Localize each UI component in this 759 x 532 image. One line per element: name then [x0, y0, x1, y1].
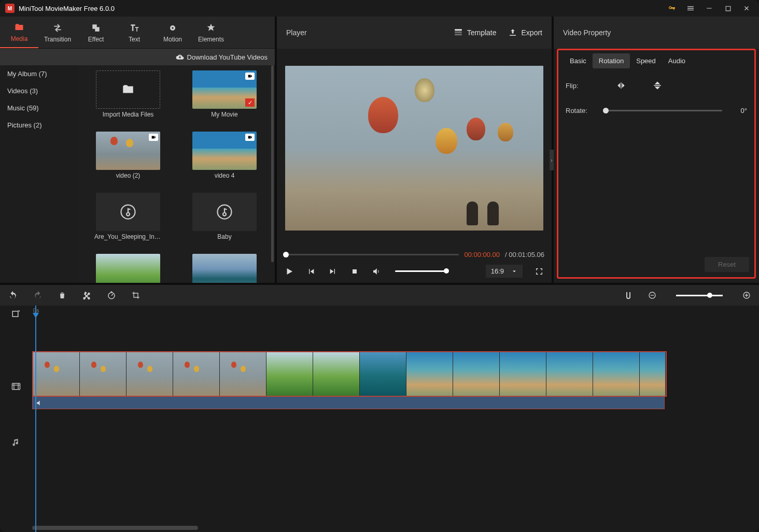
speed-button[interactable] [107, 291, 116, 300]
prev-frame-button[interactable] [306, 266, 316, 277]
next-frame-button[interactable] [328, 266, 338, 277]
player-title: Player [286, 28, 307, 37]
app-title: MiniTool MovieMaker Free 6.0.0 [19, 5, 115, 12]
export-button[interactable]: Export [508, 28, 542, 37]
category-pictures[interactable]: Pictures (2) [0, 117, 78, 134]
split-button[interactable] [82, 291, 91, 300]
tab-text[interactable]: Text [115, 17, 153, 48]
media-item-label: Import Media Files [103, 111, 154, 118]
fullscreen-button[interactable] [534, 266, 544, 277]
timeline-clip[interactable] [313, 352, 360, 396]
speaker-icon [36, 399, 43, 407]
delete-button[interactable] [58, 291, 66, 299]
key-icon[interactable] [665, 1, 679, 16]
video-clip-row[interactable] [32, 351, 667, 397]
tab-elements[interactable]: Elements [192, 17, 230, 48]
close-button[interactable] [739, 1, 754, 16]
category-my-album[interactable]: My Album (7) [0, 65, 78, 82]
flip-horizontal-button[interactable] [614, 80, 628, 91]
timeline-clip[interactable] [640, 352, 666, 396]
tab-label: Transition [44, 36, 71, 43]
timeline-clip[interactable] [546, 352, 593, 396]
play-button[interactable] [284, 266, 294, 277]
media-item[interactable]: Baby [178, 193, 271, 249]
media-item-label: Baby [217, 233, 231, 240]
timeline-clip[interactable] [80, 352, 126, 396]
category-music[interactable]: Music (59) [0, 99, 78, 117]
timeline-clip[interactable] [220, 352, 266, 396]
media-item[interactable]: video (2) [82, 132, 174, 188]
prop-tab-speed[interactable]: Speed [630, 53, 662, 68]
zoom-out-button[interactable] [648, 291, 656, 299]
media-item[interactable]: Are_You_Sleeping_Instrumental [82, 193, 174, 249]
media-item[interactable] [178, 254, 271, 283]
redo-button[interactable] [33, 291, 43, 300]
preview-video [285, 66, 543, 231]
timeline-clip[interactable] [500, 352, 546, 396]
menu-icon[interactable] [683, 1, 698, 16]
flip-vertical-button[interactable] [651, 80, 664, 91]
seek-slider[interactable] [284, 254, 459, 255]
template-button[interactable]: Template [454, 28, 497, 37]
volume-slider[interactable] [395, 270, 447, 272]
timeline-clip[interactable] [33, 352, 80, 396]
volume-button[interactable] [371, 266, 382, 277]
effect-icon [90, 22, 102, 34]
timeline-clip[interactable] [266, 352, 313, 396]
rotate-slider[interactable] [603, 110, 722, 111]
timeline-scrollbar[interactable] [32, 526, 198, 530]
timeline-clip[interactable] [453, 352, 500, 396]
minimize-button[interactable] [702, 1, 716, 16]
video-badge-icon [245, 73, 255, 80]
aspect-ratio-select[interactable]: 16:9 [486, 265, 523, 278]
download-youtube-label: Download YouTube Videos [187, 53, 268, 61]
snap-button[interactable] [624, 291, 632, 299]
tab-motion[interactable]: Motion [153, 17, 192, 48]
maximize-button[interactable] [721, 1, 735, 16]
playhead[interactable] [35, 306, 36, 532]
prop-tab-basic[interactable]: Basic [564, 53, 593, 68]
collapse-panel-button[interactable]: › [550, 150, 554, 170]
timeline-clip[interactable] [406, 352, 453, 396]
transition-icon [52, 22, 63, 34]
tab-media[interactable]: Media [0, 17, 38, 48]
zoom-in-button[interactable] [742, 291, 751, 299]
media-item[interactable]: ✓ My Movie [178, 70, 271, 126]
timeline-clip[interactable] [126, 352, 173, 396]
timeline-clip[interactable] [173, 352, 220, 396]
audio-clip-strip[interactable] [32, 397, 665, 409]
aspect-ratio-value: 16:9 [491, 267, 504, 275]
current-time: 00:00:00.00 [464, 251, 500, 258]
import-media-button[interactable]: Import Media Files [82, 70, 174, 126]
app-logo: M [5, 4, 15, 13]
tab-label: Media [11, 35, 28, 42]
timeline-ruler[interactable]: 0s [32, 306, 759, 317]
download-youtube-link[interactable]: Download YouTube Videos [176, 53, 268, 61]
zoom-slider[interactable] [676, 295, 723, 296]
media-item[interactable] [82, 254, 174, 283]
crop-button[interactable] [132, 291, 140, 299]
undo-button[interactable] [8, 291, 18, 300]
music-note-icon [119, 203, 137, 221]
template-icon [454, 28, 463, 37]
elements-icon [205, 22, 217, 34]
media-categories: My Album (7) Videos (3) Music (59) Pictu… [0, 65, 78, 283]
player-panel: Player Template Export 00:00:00. [277, 17, 552, 283]
timeline-panel: 0s [0, 285, 759, 532]
timeline-clip[interactable] [360, 352, 406, 396]
add-track-button[interactable] [0, 306, 32, 322]
tab-effect[interactable]: Effect [77, 17, 115, 48]
media-grid: Import Media Files ✓ My Movie video (2) [78, 65, 275, 283]
stop-button[interactable] [349, 266, 360, 277]
timeline-tracks[interactable]: 0s [32, 306, 759, 532]
tab-transition[interactable]: Transition [38, 17, 77, 48]
tool-tabs: Media Transition Effect Text Motion Elem… [0, 17, 275, 49]
prop-tab-audio[interactable]: Audio [662, 53, 692, 68]
prop-tab-rotation[interactable]: Rotation [593, 53, 630, 68]
reset-button[interactable]: Reset [705, 257, 749, 272]
media-item[interactable]: video 4 [178, 132, 271, 188]
media-item-label: video (2) [116, 172, 140, 179]
category-videos[interactable]: Videos (3) [0, 82, 78, 99]
motion-icon [167, 22, 178, 34]
timeline-clip[interactable] [593, 352, 640, 396]
